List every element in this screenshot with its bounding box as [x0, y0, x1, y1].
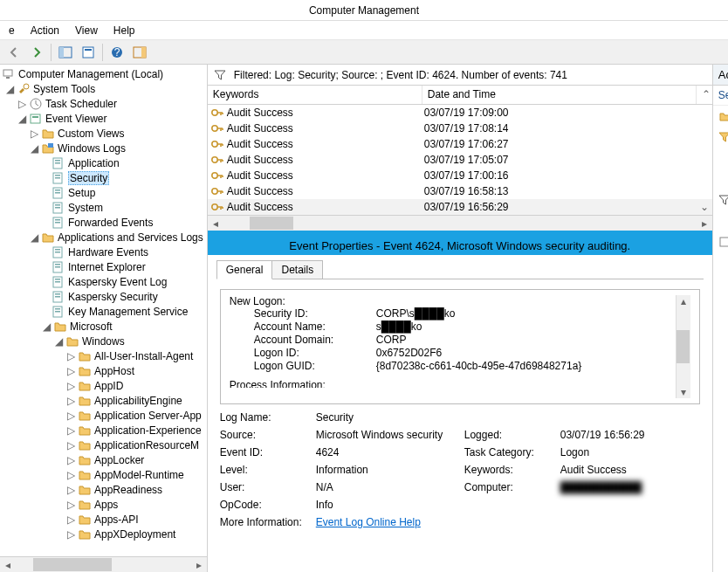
- node-folder-applicabilityengine[interactable]: ▷ ApplicabilityEngine: [0, 393, 207, 408]
- action-item-creat[interactable]: Creat: [713, 127, 728, 148]
- scroll-thumb[interactable]: [250, 217, 293, 230]
- node-log-security[interactable]: Security: [0, 170, 207, 185]
- collapse-icon[interactable]: ◢: [54, 336, 64, 346]
- event-row[interactable]: Audit Success 03/07/19 16:56:29 ⌄: [208, 199, 712, 215]
- event-row[interactable]: Audit Success 03/07/19 17:00:16: [208, 168, 712, 183]
- expand-icon[interactable]: ▷: [66, 500, 76, 509]
- node-folder-apps[interactable]: ▷ Apps: [0, 497, 207, 512]
- event-row[interactable]: Audit Success 03/07/19 17:09:00: [208, 105, 712, 121]
- scroll-up-button[interactable]: ▴: [681, 295, 686, 307]
- collapse-icon[interactable]: ◢: [42, 321, 52, 331]
- node-task-scheduler[interactable]: ▷ Task Scheduler: [0, 96, 207, 111]
- expand-icon[interactable]: ▷: [66, 425, 76, 435]
- expand-icon[interactable]: ▷: [66, 366, 76, 376]
- node-custom-views[interactable]: ▷ Custom Views: [0, 126, 207, 141]
- expand-icon[interactable]: ▷: [66, 455, 76, 465]
- tab-general[interactable]: General: [216, 260, 273, 279]
- expand-icon[interactable]: ▷: [66, 396, 76, 405]
- column-datetime[interactable]: Date and Time: [422, 86, 697, 104]
- forward-button[interactable]: [26, 43, 47, 62]
- action-item-open[interactable]: Open: [713, 106, 728, 127]
- collapse-icon[interactable]: ◢: [5, 84, 15, 93]
- menu-file[interactable]: e: [2, 23, 22, 38]
- expand-icon[interactable]: ▷: [66, 485, 76, 494]
- node-log-application[interactable]: Application: [0, 155, 207, 170]
- node-folder-applocker[interactable]: ▷ AppLocker: [0, 452, 207, 467]
- event-row[interactable]: Audit Success 03/07/19 17:08:14: [208, 121, 712, 136]
- node-folder-all-user-install-agent[interactable]: ▷ All-User-Install-Agent: [0, 348, 207, 363]
- expand-icon[interactable]: ▷: [66, 381, 76, 390]
- collapse-icon[interactable]: ◢: [17, 114, 27, 123]
- menu-action[interactable]: Action: [24, 23, 66, 38]
- node-log-system[interactable]: System: [0, 200, 207, 215]
- expand-icon[interactable]: ▷: [66, 410, 76, 420]
- node-log-kaspersky security[interactable]: Kaspersky Security: [0, 289, 207, 304]
- column-keywords[interactable]: Keywords: [208, 86, 422, 104]
- expand-icon[interactable]: ▷: [66, 470, 76, 479]
- action-item-clear[interactable]: Clear: [713, 210, 728, 231]
- event-row[interactable]: Audit Success 03/07/19 16:58:13: [208, 183, 712, 199]
- event-row[interactable]: Audit Success 03/07/19 17:06:27: [208, 136, 712, 152]
- node-log-setup[interactable]: Setup: [0, 185, 207, 200]
- scroll-track[interactable]: [223, 216, 697, 231]
- show-hide-console-tree-button[interactable]: [55, 43, 76, 62]
- node-apps-services-logs[interactable]: ◢ Applications and Services Logs: [0, 230, 207, 245]
- node-folder-appid[interactable]: ▷ AppID: [0, 378, 207, 393]
- scroll-right-button[interactable]: ▸: [191, 557, 207, 572]
- action-item-clear[interactable]: Clear: [713, 169, 728, 190]
- node-system-tools[interactable]: ◢ System Tools: [0, 81, 207, 96]
- node-folder-apps-api[interactable]: ▷ Apps-API: [0, 512, 207, 527]
- node-log-hardware events[interactable]: Hardware Events: [0, 245, 207, 259]
- node-windows-logs[interactable]: ◢ Windows Logs: [0, 141, 207, 155]
- node-folder-applicationresourcem[interactable]: ▷ ApplicationResourceM: [0, 438, 207, 452]
- node-log-kaspersky event log[interactable]: Kaspersky Event Log: [0, 274, 207, 289]
- scroll-track[interactable]: [16, 557, 191, 572]
- node-microsoft[interactable]: ◢ Microsoft: [0, 319, 207, 334]
- scroll-right-button[interactable]: ▸: [697, 216, 712, 231]
- node-folder-appreadiness[interactable]: ▷ AppReadiness: [0, 482, 207, 497]
- action-item-filter[interactable]: Filter: [713, 190, 728, 210]
- node-computer-management[interactable]: Computer Management (Local): [0, 66, 207, 81]
- tree[interactable]: Computer Management (Local) ◢ System Too…: [0, 65, 207, 556]
- node-folder-apphost[interactable]: ▷ AppHost: [0, 363, 207, 378]
- tree-horizontal-scrollbar[interactable]: ◂ ▸: [0, 556, 207, 572]
- menu-view[interactable]: View: [68, 23, 105, 38]
- node-windows[interactable]: ◢ Windows: [0, 334, 207, 348]
- grid-body[interactable]: Audit Success 03/07/19 17:09:00 Audit Su…: [208, 105, 712, 215]
- node-folder-appmodel-runtime[interactable]: ▷ AppModel-Runtime: [0, 467, 207, 482]
- action-item-impo[interactable]: Impo: [713, 148, 728, 169]
- node-folder-appxdeployment[interactable]: ▷ AppXDeployment: [0, 527, 207, 541]
- detail-vertical-scrollbar[interactable]: ▴ ▾: [676, 295, 690, 398]
- tab-details[interactable]: Details: [272, 260, 323, 279]
- menu-help[interactable]: Help: [106, 23, 142, 38]
- scroll-left-button[interactable]: ◂: [208, 216, 223, 231]
- expand-icon[interactable]: ▷: [66, 514, 76, 524]
- scroll-thumb[interactable]: [676, 330, 690, 363]
- action-pane-button[interactable]: [129, 43, 150, 62]
- scroll-down-button[interactable]: ▾: [681, 386, 686, 398]
- node-event-viewer[interactable]: ◢ Event Viewer: [0, 111, 207, 126]
- event-log-help-link[interactable]: Event Log Online Help: [316, 516, 421, 528]
- expand-icon[interactable]: ▷: [66, 529, 76, 539]
- back-button[interactable]: [3, 43, 24, 62]
- node-log-internet explorer[interactable]: Internet Explorer: [0, 259, 207, 274]
- expand-icon[interactable]: ▷: [66, 440, 76, 450]
- scroll-down-button[interactable]: ⌄: [697, 201, 712, 213]
- grid-horizontal-scrollbar[interactable]: ◂ ▸: [208, 215, 712, 231]
- node-log-forwarded events[interactable]: Forwarded Events: [0, 215, 207, 230]
- expand-icon[interactable]: ▷: [30, 128, 39, 138]
- scroll-left-button[interactable]: ◂: [0, 557, 16, 572]
- node-folder-application-server-app[interactable]: ▷ Application Server-App: [0, 408, 207, 423]
- collapse-icon[interactable]: ◢: [30, 143, 39, 153]
- scroll-up-button[interactable]: ⌃: [697, 86, 712, 104]
- event-row[interactable]: Audit Success 03/07/19 17:05:07: [208, 152, 712, 168]
- collapse-icon[interactable]: ◢: [30, 232, 39, 242]
- properties-button[interactable]: [78, 43, 99, 62]
- node-folder-application-experience[interactable]: ▷ Application-Experience: [0, 423, 207, 438]
- node-log-key management service[interactable]: Key Management Service: [0, 304, 207, 319]
- expand-icon[interactable]: ▷: [66, 351, 76, 361]
- scroll-thumb[interactable]: [33, 558, 112, 571]
- expand-icon[interactable]: ▷: [17, 99, 27, 108]
- action-item-prope[interactable]: Prope: [713, 231, 728, 252]
- help-button[interactable]: ?: [106, 43, 127, 62]
